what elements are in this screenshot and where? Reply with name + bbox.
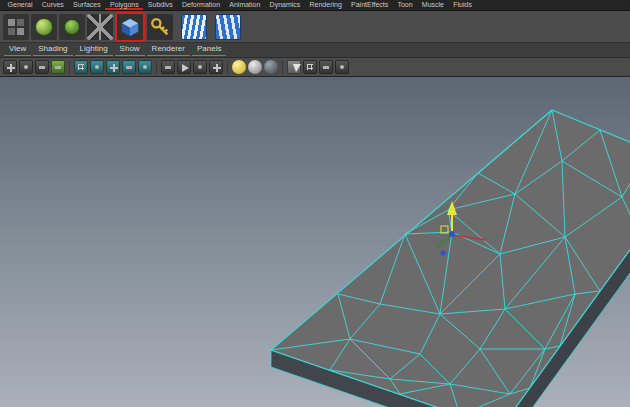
fluid-2d-icon[interactable] [215,14,241,40]
panel-menu-shading[interactable]: Shading [33,43,72,56]
poly-cube-icon[interactable] [115,12,145,42]
panel-menu-show[interactable]: Show [115,43,145,56]
menu-painteffects[interactable]: PaintEffects [346,0,392,10]
menu-dynamics[interactable]: Dynamics [265,0,305,10]
snap-grid-icon[interactable] [74,60,88,74]
toolbar-separator [227,61,228,74]
menu-animation[interactable]: Animation [225,0,265,10]
menu-toon[interactable]: Toon [393,0,417,10]
panel-menubar: View Shading Lighting Show Renderer Pane… [0,43,630,58]
perspective-viewport[interactable] [0,77,630,407]
maya-window: General Curves Surfaces Polygons Subdivs… [0,0,630,407]
paint-effects-brush-icon[interactable] [87,14,113,40]
toolbar-separator [282,61,283,74]
cube-glyph [119,16,141,38]
fluid-container-icon[interactable] [181,14,207,40]
grab-tool-icon[interactable] [3,60,17,74]
material-sphere-dark-icon[interactable] [264,60,278,74]
menu-surfaces[interactable]: Surfaces [68,0,105,10]
menu-muscle[interactable]: Muscle [417,0,448,10]
shelf-menu-grid-icon[interactable] [3,14,29,40]
menu-curves[interactable]: Curves [37,0,68,10]
nurbs-ball-icon[interactable] [59,14,85,40]
main-menubar: General Curves Surfaces Polygons Subdivs… [0,0,630,11]
menu-polygons[interactable]: Polygons [105,0,143,10]
panel-menu-panels[interactable]: Panels [192,43,226,56]
ipr-render-icon[interactable] [193,60,207,74]
viewport-toolbar [0,58,630,77]
selected-vertex[interactable] [441,251,446,256]
material-sphere-yellow-icon[interactable] [232,60,246,74]
toolbar-separator [69,61,70,74]
nurbs-sphere-icon[interactable] [31,14,57,40]
select-cursor-icon[interactable] [287,60,301,74]
menu-rendering[interactable]: Rendering [305,0,347,10]
snap-point-icon[interactable] [106,60,120,74]
manipulator-origin[interactable] [449,231,455,237]
graph-panel-icon[interactable] [319,60,333,74]
render-view-icon[interactable] [177,60,191,74]
share-icon[interactable] [335,60,349,74]
menu-fluids[interactable]: Fluids [449,0,477,10]
bar-chart-icon[interactable] [51,60,65,74]
texture-panel-icon[interactable] [303,60,317,74]
panel-menu-renderer[interactable]: Renderer [147,43,190,56]
snap-view-icon[interactable] [122,60,136,74]
material-sphere-light-icon[interactable] [248,60,262,74]
panel-menu-view[interactable]: View [4,43,31,56]
snap-curve-icon[interactable] [90,60,104,74]
menu-subdivs[interactable]: Subdivs [143,0,177,10]
shelf [0,11,630,43]
toolbar-separator [156,61,157,74]
make-live-icon[interactable] [138,60,152,74]
history-icon[interactable] [161,60,175,74]
brush-tool-icon[interactable] [35,60,49,74]
viewport-canvas[interactable] [0,77,630,407]
panel-menu-lighting[interactable]: Lighting [75,43,113,56]
key-glyph [149,16,171,38]
lasso-tool-icon[interactable] [19,60,33,74]
menu-deformation[interactable]: Deformation [177,0,224,10]
render-settings-icon[interactable] [209,60,223,74]
key-icon[interactable] [147,14,173,40]
mesh-plane[interactable] [271,110,630,407]
menu-general[interactable]: General [3,0,37,10]
